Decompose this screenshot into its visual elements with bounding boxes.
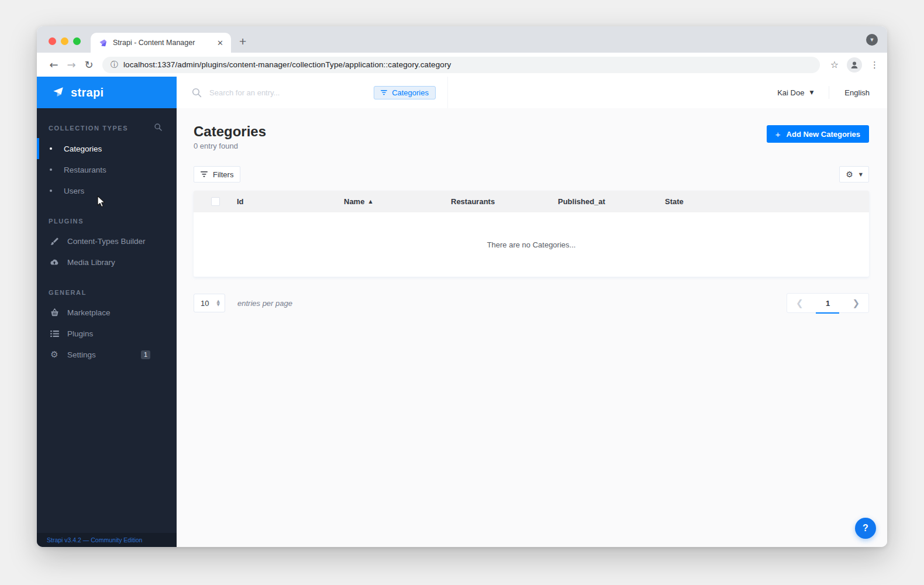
- chevron-down-icon: ▼: [809, 90, 813, 95]
- previous-page-icon[interactable]: ❮: [796, 299, 804, 308]
- person-icon: [850, 60, 859, 70]
- table-header-row: Id Name ▲ Restaurants Published_at: [194, 191, 869, 212]
- content: Categories 0 entry found + Add New Categ…: [177, 108, 887, 547]
- section-collection-types: COLLECTION TYPES Categories Restaurants: [37, 123, 177, 201]
- maximize-window-button[interactable]: [73, 37, 81, 45]
- bullet-icon: [50, 190, 52, 192]
- column-header-name[interactable]: Name ▲: [344, 197, 451, 206]
- column-header-id[interactable]: Id: [237, 197, 344, 206]
- entries-per-page-value: 10: [201, 299, 217, 308]
- paintbrush-icon: [50, 237, 59, 246]
- help-button[interactable]: ?: [855, 518, 876, 539]
- sidebar-item-plugins[interactable]: Plugins: [37, 323, 177, 344]
- browser-window: Strapi - Content Manager ✕ + ▼ ← → ↻ ⓘ l…: [37, 26, 887, 547]
- column-header-published-at[interactable]: Published_at: [558, 197, 665, 206]
- sidebar-item-label: Users: [64, 187, 84, 195]
- sort-asc-icon: ▲: [368, 199, 372, 204]
- refresh-icon[interactable]: ↻: [80, 58, 98, 71]
- bullet-icon: [50, 147, 52, 150]
- filters-button[interactable]: Filters: [194, 166, 240, 183]
- search-input[interactable]: [209, 88, 366, 97]
- user-menu[interactable]: Kai Doe ▼: [777, 88, 813, 97]
- sidebar-item-label: Media Library: [67, 258, 115, 267]
- header-right: Kai Doe ▼ English: [777, 77, 887, 108]
- sidebar-item-settings[interactable]: ⚙ Settings 1: [37, 344, 177, 365]
- browser-tab[interactable]: Strapi - Content Manager ✕: [91, 33, 231, 53]
- tab-close-icon[interactable]: ✕: [215, 39, 225, 47]
- forward-icon[interactable]: →: [63, 58, 80, 71]
- sidebar-item-label: Plugins: [67, 329, 93, 338]
- tab-title: Strapi - Content Manager: [113, 39, 210, 47]
- section-label: COLLECTION TYPES: [49, 125, 128, 132]
- strapi-logo-icon: [52, 86, 65, 99]
- section-label: PLUGINS: [49, 218, 84, 225]
- add-new-categories-button[interactable]: + Add New Categories: [767, 125, 869, 143]
- sidebar-item-label: Categories: [64, 144, 102, 153]
- magnifier-icon: [192, 88, 202, 98]
- gear-icon: ⚙: [846, 170, 853, 178]
- divider: [829, 86, 829, 99]
- sidebar-item-label: Marketplace: [67, 308, 111, 317]
- entries-per-page-select[interactable]: 10 ▲▼: [194, 294, 225, 312]
- toolbar-row: Filters ⚙ ▼: [194, 166, 869, 183]
- title-row: Categories 0 entry found + Add New Categ…: [194, 124, 869, 150]
- sidebar-item-categories[interactable]: Categories: [37, 138, 177, 159]
- section-general: GENERAL Marketplace Plugins: [37, 289, 177, 365]
- chip-label: Categories: [392, 88, 429, 97]
- strapi-logo[interactable]: strapi: [37, 77, 177, 108]
- table-footer-row: 10 ▲▼ entries per page ❮ 1 ❯: [194, 293, 869, 313]
- page-title: Categories: [194, 124, 266, 139]
- browser-menu-icon[interactable]: ⋮: [870, 60, 879, 70]
- bookmark-star-icon[interactable]: ☆: [830, 59, 839, 70]
- sidebar-item-label: Settings: [67, 350, 96, 359]
- sidebar-item-label: Content-Types Builder: [67, 237, 146, 246]
- top-header: Categories Kai Doe ▼ English: [177, 77, 887, 108]
- sidebar-menu: COLLECTION TYPES Categories Restaurants: [37, 108, 177, 533]
- entries-table: Id Name ▲ Restaurants Published_at: [194, 191, 869, 277]
- sidebar-item-users[interactable]: Users: [37, 180, 177, 201]
- strapi-admin: strapi COLLECTION TYPES Categories: [37, 77, 887, 547]
- search-bar[interactable]: Categories: [177, 77, 448, 108]
- entry-count: 0 entry found: [194, 142, 266, 150]
- minimize-window-button[interactable]: [61, 37, 68, 45]
- empty-state-message: There are no Categories...: [194, 212, 869, 277]
- select-all-checkbox[interactable]: [211, 197, 220, 206]
- table-settings-button[interactable]: ⚙ ▼: [839, 166, 869, 183]
- filter-icon: [381, 90, 387, 95]
- sidebar-item-label: Restaurants: [64, 166, 106, 174]
- sidebar-item-content-types-builder[interactable]: Content-Types Builder: [37, 230, 177, 252]
- cloud-upload-icon: [50, 259, 59, 266]
- strapi-logo-text: strapi: [71, 86, 104, 99]
- page-number[interactable]: 1: [826, 299, 830, 308]
- site-info-icon[interactable]: ⓘ: [111, 60, 118, 70]
- sidebar-item-marketplace[interactable]: Marketplace: [37, 302, 177, 323]
- column-header-restaurants[interactable]: Restaurants: [451, 197, 558, 206]
- stepper-icon: ▲▼: [217, 300, 220, 307]
- section-plugins: PLUGINS Content-Types Builder Media Libr…: [37, 218, 177, 273]
- section-label: GENERAL: [49, 289, 87, 296]
- sidebar-item-restaurants[interactable]: Restaurants: [37, 159, 177, 180]
- search-icon[interactable]: [154, 123, 162, 132]
- column-header-state[interactable]: State: [665, 197, 869, 206]
- strapi-version-link[interactable]: Strapi v3.4.2 — Community Edition: [37, 533, 177, 547]
- chevron-down-icon[interactable]: ▼: [866, 34, 878, 46]
- url-text: localhost:1337/admin/plugins/content-man…: [123, 60, 451, 69]
- new-tab-button[interactable]: +: [239, 34, 246, 49]
- chevron-down-icon: ▼: [859, 172, 863, 177]
- language-selector[interactable]: English: [844, 88, 870, 97]
- add-button-label: Add New Categories: [787, 130, 860, 139]
- basket-icon: [50, 308, 59, 316]
- gear-icon: ⚙: [50, 350, 59, 359]
- pagination: ❮ 1 ❯: [787, 293, 869, 313]
- browser-navbar: ← → ↻ ⓘ localhost:1337/admin/plugins/con…: [37, 53, 887, 77]
- entries-per-page-label: entries per page: [237, 299, 292, 308]
- browser-profile-avatar[interactable]: [847, 57, 862, 73]
- filters-label: Filters: [213, 170, 233, 179]
- collection-filter-chip[interactable]: Categories: [374, 86, 436, 99]
- back-icon[interactable]: ←: [45, 58, 63, 71]
- close-window-button[interactable]: [49, 37, 56, 45]
- next-page-icon[interactable]: ❯: [852, 299, 860, 308]
- plus-icon: +: [775, 129, 781, 139]
- sidebar-item-media-library[interactable]: Media Library: [37, 252, 177, 273]
- address-bar[interactable]: ⓘ localhost:1337/admin/plugins/content-m…: [102, 57, 820, 73]
